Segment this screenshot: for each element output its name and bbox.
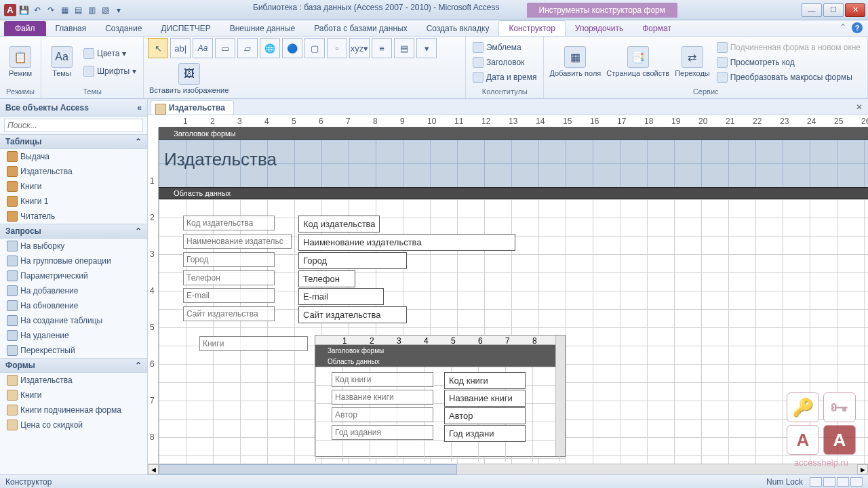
qat-undo-icon[interactable]: ↶ [31,4,43,16]
doc-tab-publishers[interactable]: Издательства [151,100,234,115]
minimize-ribbon-icon[interactable]: ⌃ [840,22,846,33]
nav-item[interactable]: Книги подчиненная форма [0,403,147,418]
subform-field-control[interactable]: Код книги [444,372,526,389]
field-control[interactable]: Сайт издательства [298,306,407,323]
tab-newtab[interactable]: Создать вкладку [417,21,499,36]
subform-field-control[interactable]: Автор [444,407,526,424]
subform-field-label[interactable]: Код книги [332,372,433,387]
field-control[interactable]: Наименование издательства [298,234,515,251]
nav-tool[interactable]: ▢ [304,38,325,58]
subform-detail-section[interactable]: Область данных [315,356,565,367]
section-form-header[interactable]: Заголовок формы [159,127,868,140]
datetime-button[interactable]: Дата и время [470,70,539,84]
qat-btn-icon[interactable]: ▧ [99,4,111,16]
option-tool[interactable]: ▫ [327,38,347,58]
button-tool[interactable]: ▭ [215,38,235,58]
colors-button[interactable]: Цвета▾ [81,47,139,60]
chart-tool[interactable]: ▤ [394,38,414,58]
nav-item[interactable]: На создание таблицы [0,313,147,328]
field-control[interactable]: E-mail [298,288,384,305]
nav-item[interactable]: Цена со скидкой [0,418,147,432]
subform-body[interactable]: Код книгиКод книгиНазвание книгиНазвание… [315,367,565,462]
web-tool[interactable]: 🔵 [282,38,302,58]
horizontal-ruler[interactable]: 1234567891011121314151617181920212223242… [159,115,868,127]
vertical-ruler[interactable]: 12345678910 [148,127,159,464]
add-fields-button[interactable]: ▦Добавить поля [548,43,602,80]
nav-item[interactable]: На групповые операции [0,253,147,268]
app-icon[interactable]: A [4,4,16,16]
field-label[interactable]: Наименование издательс [183,234,292,249]
nav-group-queries[interactable]: Запросы⌃ [0,224,147,239]
qat-btn-icon[interactable]: ▦ [58,4,71,16]
label-tool[interactable]: Aa [193,38,213,58]
field-control[interactable]: Город [298,252,407,269]
nav-item[interactable]: Издательства [0,164,147,179]
nav-item[interactable]: Параметрический [0,268,147,283]
nav-item[interactable]: Перекрестный [0,343,147,358]
subform-field-label[interactable]: Автор [332,407,433,422]
subform-new-button[interactable]: Подчиненная форма в новом окне [714,41,863,54]
select-tool[interactable]: ↖ [148,38,168,58]
tab-dispatcher[interactable]: ДИСПЕТЧЕР [151,21,220,36]
nav-item[interactable]: Читатель [0,209,147,224]
doc-close-button[interactable]: ✕ [850,100,868,115]
form-title-label[interactable]: Издательства [164,149,277,170]
subform-field-control[interactable]: Год издани [444,425,526,442]
view-design-button[interactable] [850,477,863,487]
nav-header[interactable]: Все объекты Access « [0,99,147,117]
subform-field-label[interactable]: Год издания [332,425,433,440]
tab-order-button[interactable]: ⇄Переходы [673,43,711,80]
insert-image-button[interactable]: 🖼 Вставить изображение [148,60,230,97]
nav-item[interactable]: Книги [0,388,147,403]
nav-group-tables[interactable]: Таблицы⌃ [0,134,147,149]
field-label[interactable]: E-mail [183,288,275,303]
field-control[interactable]: Телефон [298,270,355,287]
more-controls[interactable]: ▾ [416,38,437,58]
view-datasheet-button[interactable] [823,477,835,487]
mode-button[interactable]: 📋 Режим [4,43,37,80]
search-input[interactable] [4,119,143,132]
nav-item[interactable]: На обновление [0,298,147,313]
form-header-area[interactable]: Издательства [159,140,868,187]
field-label[interactable]: Город [183,252,275,267]
tab-external[interactable]: Внешние данные [220,21,305,36]
tab-create[interactable]: Создание [96,21,151,36]
field-label[interactable]: Сайт издательства [183,306,275,321]
themes-button[interactable]: Aa Темы [45,43,78,80]
subform-scrollbar[interactable] [555,336,565,456]
subform-header-section[interactable]: Заголовок формы [315,345,565,356]
design-surface[interactable]: 12345678910 Заголовок формы Издательства… [148,127,868,464]
scroll-right-icon[interactable]: ▶ [857,464,868,474]
textbox-tool[interactable]: ab| [170,38,191,58]
emblem-button[interactable]: Эмблема [470,41,539,54]
tab-arrange[interactable]: Упорядочить [566,21,633,36]
field-label[interactable]: Код издательства [183,216,275,230]
view-form-button[interactable] [810,477,822,487]
section-detail[interactable]: Область данных [159,187,868,199]
subform-books[interactable]: 12345678 Заголовок формы Область данных … [315,335,566,457]
prop-sheet-button[interactable]: 📑Страница свойств [605,43,671,80]
nav-group-forms[interactable]: Формы⌃ [0,358,147,373]
maximize-button[interactable]: ☐ [823,3,844,17]
header-button[interactable]: Заголовок [470,56,539,69]
tab-designer[interactable]: Конструктор [498,20,565,36]
qat-more-icon[interactable]: ▾ [113,4,125,16]
hyperlink-tool[interactable]: 🌐 [260,38,280,58]
nav-item[interactable]: На удаление [0,328,147,343]
nav-item[interactable]: Издательства [0,373,147,388]
subform-field-label[interactable]: Название книги [332,390,433,405]
nav-collapse-icon[interactable]: « [137,103,142,113]
list-tool[interactable]: ≡ [372,38,392,58]
minimize-button[interactable]: — [802,3,822,17]
field-label[interactable]: Телефон [183,270,275,285]
convert-macros-button[interactable]: Преобразовать макросы формы [714,70,863,84]
qat-btn-icon[interactable]: ▥ [85,4,98,16]
tab-home[interactable]: Главная [46,21,96,36]
nav-item[interactable]: На добавление [0,283,147,298]
subform-ruler[interactable]: 12345678 [315,336,565,345]
nav-item[interactable]: Выдача [0,149,147,164]
detail-area[interactable]: Книги 12345678 Заголовок формы Область д… [159,199,868,464]
subform-label[interactable]: Книги [199,336,308,351]
qat-save-icon[interactable]: 💾 [18,4,30,16]
nav-item[interactable]: На выборку [0,239,147,253]
